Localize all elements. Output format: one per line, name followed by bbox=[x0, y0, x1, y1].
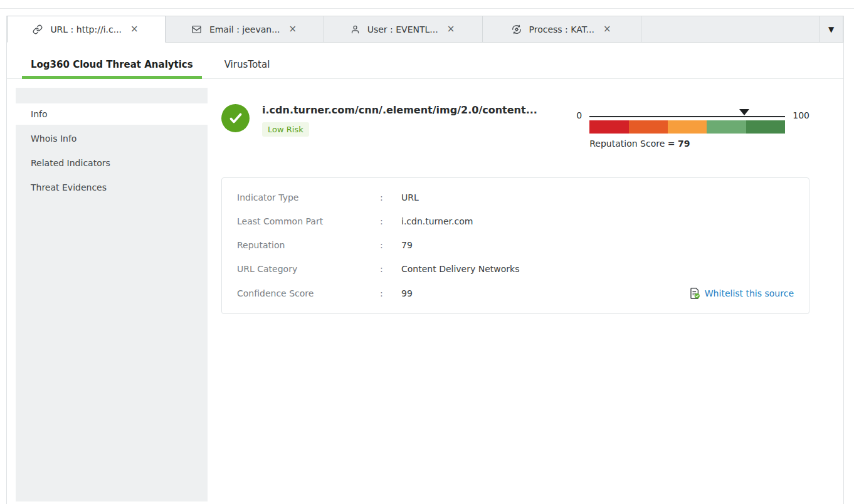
sidebar-item-related-indicators[interactable]: Related Indicators bbox=[16, 152, 208, 174]
detail-row-url-category: URL Category : Content Delivery Networks bbox=[222, 257, 809, 281]
gauge-marker-icon bbox=[739, 109, 749, 115]
detail-label: Indicator Type bbox=[237, 192, 380, 202]
detail-value: 79 bbox=[401, 240, 413, 250]
tab-label: User : EVENTL... bbox=[367, 24, 438, 34]
gauge-segment bbox=[707, 120, 746, 134]
whitelist-document-icon bbox=[690, 288, 700, 299]
sidebar-item-info[interactable]: Info bbox=[16, 103, 208, 125]
risk-badge: Low Risk bbox=[262, 122, 309, 137]
gauge-segment bbox=[668, 120, 707, 134]
detail-value: 99 bbox=[401, 288, 413, 298]
detail-separator: : bbox=[380, 264, 401, 274]
sidebar-item-threat-evidences[interactable]: Threat Evidences bbox=[16, 177, 208, 198]
gauge-scale-line bbox=[589, 104, 785, 117]
process-icon bbox=[512, 24, 522, 34]
chevron-down-icon: ▼ bbox=[828, 25, 834, 34]
gauge-segment bbox=[629, 120, 668, 134]
check-circle-icon bbox=[221, 104, 250, 132]
info-panel: i.cdn.turner.com/cnn/.element/img/2.0/co… bbox=[208, 88, 835, 487]
detail-label: Reputation bbox=[237, 240, 380, 250]
detail-value: i.cdn.turner.com bbox=[401, 216, 473, 226]
tab-label: Process : KAT... bbox=[529, 24, 594, 34]
tab-process[interactable]: Process : KAT... × bbox=[483, 16, 641, 43]
tab-overflow-button[interactable]: ▼ bbox=[819, 16, 843, 43]
close-icon[interactable]: × bbox=[446, 24, 456, 34]
gauge-min-label: 0 bbox=[576, 104, 582, 149]
section-sidebar: Info Whois Info Related Indicators Threa… bbox=[16, 88, 208, 501]
link-icon bbox=[33, 24, 43, 34]
close-icon[interactable]: × bbox=[129, 24, 140, 34]
tab-virustotal[interactable]: VirusTotal bbox=[216, 55, 279, 78]
detail-label: Least Common Part bbox=[237, 216, 380, 226]
tab-user[interactable]: User : EVENTL... × bbox=[324, 16, 483, 43]
detail-label: Confidence Score bbox=[237, 288, 380, 298]
gauge-max-label: 100 bbox=[793, 104, 809, 149]
gauge-segment bbox=[589, 120, 628, 134]
caption-prefix: Reputation Score = bbox=[589, 139, 678, 149]
sidebar-item-whois-info[interactable]: Whois Info bbox=[16, 128, 208, 149]
entity-tabstrip: URL : http://i.c... × Email : jeevan... … bbox=[7, 16, 843, 43]
close-icon[interactable]: × bbox=[602, 24, 613, 34]
gauge-segment bbox=[746, 120, 785, 134]
reputation-score-caption: Reputation Score = 79 bbox=[589, 139, 785, 149]
tab-label: Email : jeevan... bbox=[209, 24, 280, 34]
detail-label: URL Category bbox=[237, 264, 380, 274]
whitelist-source-link[interactable]: Whitelist this source bbox=[690, 288, 794, 299]
source-subtabs: Log360 Cloud Threat Analytics VirusTotal bbox=[7, 55, 843, 79]
gauge-color-bar bbox=[589, 120, 785, 134]
top-divider bbox=[0, 8, 854, 9]
tabstrip-filler bbox=[641, 16, 819, 43]
whitelist-link-label: Whitelist this source bbox=[705, 288, 794, 298]
detail-value: Content Delivery Networks bbox=[401, 264, 519, 274]
indicator-title: i.cdn.turner.com/cnn/.element/img/2.0/co… bbox=[262, 104, 576, 116]
detail-separator: : bbox=[380, 288, 401, 298]
indicator-title-block: i.cdn.turner.com/cnn/.element/img/2.0/co… bbox=[262, 104, 576, 137]
tab-url[interactable]: URL : http://i.c... × bbox=[7, 16, 166, 43]
detail-separator: : bbox=[380, 216, 401, 226]
gauge-track: Reputation Score = 79 bbox=[589, 104, 785, 149]
content-area: Info Whois Info Related Indicators Threa… bbox=[7, 79, 843, 487]
threat-analytics-window: URL : http://i.c... × Email : jeevan... … bbox=[6, 16, 844, 504]
tab-label: URL : http://i.c... bbox=[50, 24, 122, 34]
detail-value: URL bbox=[401, 192, 419, 202]
close-icon[interactable]: × bbox=[288, 24, 298, 34]
detail-separator: : bbox=[380, 192, 401, 202]
summary-row: i.cdn.turner.com/cnn/.element/img/2.0/co… bbox=[221, 104, 835, 149]
detail-row-least-common-part: Least Common Part : i.cdn.turner.com bbox=[222, 209, 809, 233]
tab-log360-cloud-threat-analytics[interactable]: Log360 Cloud Threat Analytics bbox=[22, 55, 202, 78]
email-icon bbox=[191, 24, 202, 34]
caption-score: 79 bbox=[678, 139, 690, 149]
reputation-gauge: 0 Reputation Score = 79 100 bbox=[576, 104, 809, 149]
user-icon bbox=[351, 24, 360, 34]
detail-row-reputation: Reputation : 79 bbox=[222, 233, 809, 257]
indicator-details-card: Indicator Type : URL Least Common Part :… bbox=[221, 177, 809, 314]
detail-separator: : bbox=[380, 240, 401, 250]
detail-row-indicator-type: Indicator Type : URL bbox=[222, 186, 809, 209]
detail-row-confidence-score: Confidence Score : 99 Whitelist t bbox=[222, 281, 809, 306]
tab-email[interactable]: Email : jeevan... × bbox=[166, 16, 324, 43]
